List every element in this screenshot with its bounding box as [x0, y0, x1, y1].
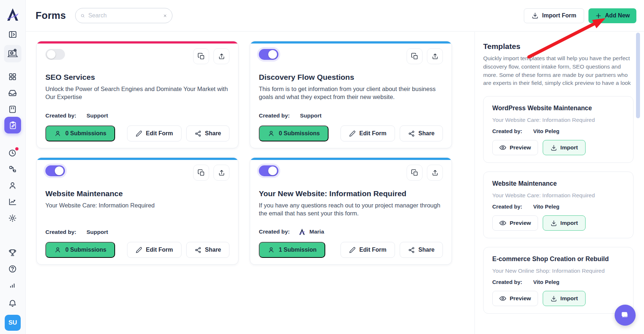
submissions-button[interactable]: 0 Submissions [45, 125, 115, 141]
share-label: Share [205, 247, 221, 253]
form-title: SEO Services [45, 73, 229, 82]
time-tracking-icon[interactable] [8, 148, 17, 158]
share-button[interactable]: Share [400, 242, 443, 258]
edit-form-button[interactable]: Edit Form [127, 125, 182, 141]
preview-label: Preview [510, 220, 531, 226]
boards-icon[interactable] [8, 105, 17, 114]
duplicate-form-button[interactable] [193, 165, 209, 181]
template-card: E-commerce Shop Creation or Rebuild Your… [483, 247, 633, 314]
edit-form-label: Edit Form [146, 247, 173, 253]
search-box [75, 8, 172, 23]
clear-search-icon[interactable] [163, 13, 167, 19]
reports-icon[interactable] [8, 197, 17, 207]
submissions-button[interactable]: 0 Submissions [45, 242, 115, 258]
share-icon [408, 130, 415, 137]
import-form-button[interactable]: Import Form [524, 8, 584, 23]
agency-setup-icon[interactable] [4, 45, 21, 62]
submissions-label: 0 Submissions [65, 130, 106, 137]
pencil-icon [349, 130, 356, 137]
preview-template-button[interactable]: Preview [492, 140, 538, 155]
person-icon [54, 246, 61, 253]
submissions-button[interactable]: 1 Submission [259, 242, 325, 258]
export-form-button[interactable] [427, 165, 443, 181]
settings-icon[interactable] [8, 214, 17, 223]
template-title: Website Maintenance [492, 180, 624, 187]
eye-icon [499, 295, 506, 302]
notifications-icon[interactable] [8, 299, 17, 308]
preview-template-button[interactable]: Preview [492, 291, 538, 306]
form-active-toggle[interactable] [45, 165, 65, 176]
form-active-toggle[interactable] [45, 49, 65, 60]
card-accent-bar [250, 41, 452, 44]
form-card: Discovery Flow Questions This form is to… [250, 41, 452, 148]
submissions-button[interactable]: 0 Submissions [259, 125, 329, 141]
share-label: Share [205, 130, 221, 137]
created-by-row: Created by: Support [45, 112, 108, 119]
pencil-icon [349, 247, 356, 253]
export-form-button[interactable] [427, 48, 443, 64]
form-description: This form is to get information from you… [259, 85, 442, 101]
pencil-icon [135, 247, 142, 253]
form-active-toggle[interactable] [259, 49, 278, 60]
duplicate-form-button[interactable] [407, 48, 423, 64]
sidebar: SU [0, 0, 26, 334]
chat-widget-button[interactable] [615, 305, 636, 326]
templates-scrollbar-thumb[interactable] [636, 33, 640, 118]
import-template-button[interactable]: Import [543, 140, 586, 155]
share-button[interactable]: Share [186, 125, 229, 141]
import-label: Import [561, 220, 578, 226]
import-template-button[interactable]: Import [543, 291, 586, 306]
duplicate-form-button[interactable] [407, 165, 423, 181]
form-card: Website Maintenance Your Website Care: I… [36, 157, 239, 265]
edit-form-button[interactable]: Edit Form [341, 242, 395, 258]
template-card: WordPress Website Maintenance Your Websi… [483, 96, 633, 163]
preview-label: Preview [510, 144, 531, 151]
created-by-row: Created by: Vito Peleg [492, 279, 624, 285]
forms-nav-icon[interactable] [4, 117, 21, 133]
header: Forms Import Form Add New [26, 0, 644, 32]
pencil-icon [135, 130, 142, 137]
import-form-label: Import Form [542, 12, 576, 19]
created-by-row: Created by: Vito Peleg [492, 128, 624, 134]
help-icon[interactable] [8, 264, 17, 274]
workflow-icon[interactable] [8, 165, 17, 174]
copy-icon [197, 169, 205, 177]
edit-form-label: Edit Form [359, 130, 387, 137]
atarim-creator-icon [298, 228, 306, 235]
copy-icon [411, 53, 419, 60]
share-button[interactable]: Share [186, 242, 229, 258]
share-icon [195, 130, 201, 137]
page-title: Forms [36, 10, 66, 21]
form-active-toggle[interactable] [259, 165, 278, 176]
edit-form-button[interactable]: Edit Form [127, 242, 182, 258]
search-input[interactable] [88, 12, 163, 19]
inbox-icon[interactable] [8, 88, 17, 98]
add-new-button[interactable]: Add New [588, 8, 636, 23]
analytics-icon[interactable] [8, 281, 17, 290]
created-by-label: Created by: [259, 228, 290, 235]
download-icon [531, 12, 539, 19]
created-by-label: Created by: [492, 203, 522, 210]
achievements-icon[interactable] [8, 248, 17, 257]
atarim-logo-icon[interactable] [5, 7, 20, 22]
collapse-sidebar-icon[interactable] [8, 30, 17, 39]
user-avatar[interactable]: SU [5, 315, 21, 331]
share-label: Share [419, 130, 435, 137]
clients-icon[interactable] [8, 181, 17, 190]
export-form-button[interactable] [213, 165, 229, 181]
export-form-button[interactable] [213, 48, 229, 64]
form-card: SEO Services Unlock the Power of Search … [36, 41, 239, 148]
copy-icon [411, 169, 419, 177]
dashboard-icon[interactable] [8, 72, 17, 82]
creator-name: Support [86, 229, 108, 235]
import-template-button[interactable]: Import [543, 215, 586, 231]
submissions-label: 0 Submissions [65, 247, 106, 253]
preview-template-button[interactable]: Preview [492, 215, 538, 231]
avatar-initials: SU [8, 319, 17, 326]
template-title: WordPress Website Maintenance [492, 104, 624, 112]
share-button[interactable]: Share [400, 125, 443, 141]
edit-form-button[interactable]: Edit Form [341, 125, 395, 141]
duplicate-form-button[interactable] [193, 48, 209, 64]
created-by-label: Created by: [259, 112, 290, 119]
card-accent-bar [36, 41, 239, 44]
